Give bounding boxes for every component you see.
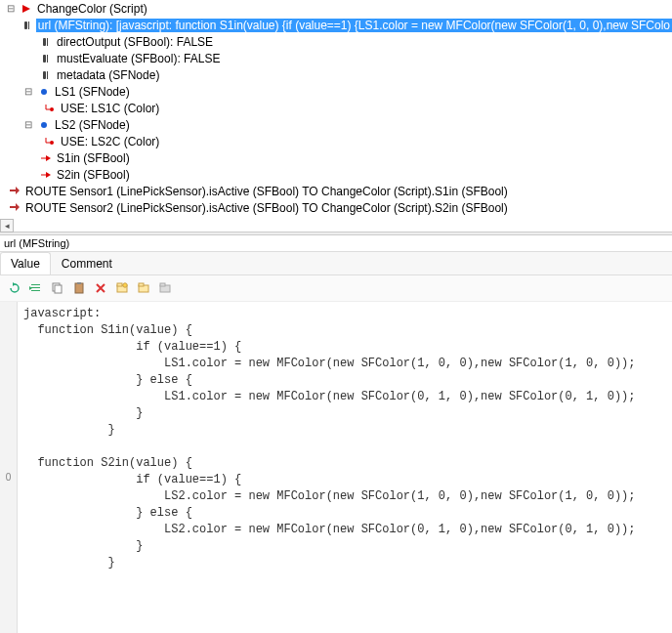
svg-marker-0 — [22, 5, 30, 13]
route-icon — [8, 201, 21, 215]
code-content[interactable]: javascript: function S1in(value) { if (v… — [18, 302, 672, 633]
in-event-icon — [39, 168, 53, 182]
svg-rect-5 — [43, 55, 46, 63]
svg-marker-19 — [29, 286, 32, 290]
svg-rect-25 — [117, 283, 122, 286]
tree-label: ROUTE Sensor2 (LinePickSensor).isActive … — [24, 201, 509, 215]
tree-label: mustEvaluate (SFBool): FALSE — [56, 52, 221, 65]
svg-rect-2 — [28, 21, 29, 29]
svg-rect-6 — [47, 55, 48, 63]
property-title: url (MFString) — [0, 235, 672, 252]
copy-icon[interactable] — [49, 279, 66, 297]
field-icon — [39, 68, 53, 82]
tree-label: S2in (SFBool) — [56, 168, 131, 182]
tree-label: USE: LS2C (Color) — [60, 135, 160, 148]
svg-rect-7 — [43, 71, 46, 79]
field-icon — [39, 52, 53, 65]
svg-marker-15 — [13, 282, 16, 286]
svg-rect-21 — [55, 285, 62, 293]
tree-label: S1in (SFBool) — [56, 151, 131, 165]
svg-point-10 — [50, 107, 54, 111]
delete-icon[interactable] — [92, 279, 109, 297]
script-icon — [20, 2, 33, 16]
field-icon — [39, 35, 53, 49]
svg-rect-23 — [77, 282, 81, 284]
collapse-icon[interactable]: ⊟ — [21, 85, 35, 99]
indent-icon[interactable] — [27, 279, 45, 297]
tree-label: LS2 (SFNode) — [54, 118, 131, 132]
svg-point-11 — [41, 122, 47, 128]
editor-toolbar — [0, 275, 672, 302]
folder-icon[interactable] — [135, 279, 152, 297]
svg-rect-18 — [31, 290, 40, 291]
use-icon — [43, 135, 57, 148]
svg-rect-17 — [31, 287, 40, 288]
svg-marker-13 — [46, 155, 51, 161]
tree-node-metadata[interactable]: metadata (SFNode) — [0, 66, 672, 83]
tree-node-ls1use[interactable]: USE: LS1C (Color) — [0, 100, 672, 116]
code-editor[interactable]: 0 javascript: function S1in(value) { if … — [0, 302, 672, 633]
svg-point-12 — [50, 141, 54, 145]
route-icon — [8, 185, 21, 198]
use-icon — [43, 102, 57, 115]
tree-label: url (MFString): [javascript: function S1… — [36, 19, 672, 32]
tree-node-url[interactable]: url (MFString): [javascript: function S1… — [0, 17, 672, 33]
tabs: Value Comment — [0, 252, 672, 275]
svg-rect-30 — [160, 283, 165, 286]
svg-rect-4 — [47, 38, 48, 46]
tree-label: metadata (SFNode) — [56, 68, 160, 82]
tree-node-ls1[interactable]: ⊟ LS1 (SFNode) — [0, 83, 672, 100]
tab-comment[interactable]: Comment — [51, 252, 123, 274]
undo-icon[interactable] — [6, 279, 23, 297]
scroll-left-icon[interactable]: ◂ — [0, 219, 14, 232]
svg-rect-16 — [31, 284, 40, 285]
tree-label: LS1 (SFNode) — [54, 85, 131, 99]
gutter-marker: 0 — [0, 472, 17, 483]
in-event-icon — [39, 151, 53, 165]
node-icon — [37, 118, 51, 132]
node-icon — [37, 85, 51, 99]
tree-node-ls2use[interactable]: USE: LS2C (Color) — [0, 133, 672, 149]
collapse-icon[interactable]: ⊟ — [4, 2, 18, 16]
svg-rect-8 — [47, 71, 48, 79]
tree-node-ls2[interactable]: ⊟ LS2 (SFNode) — [0, 116, 672, 133]
tree-label: ChangeColor (Script) — [36, 2, 148, 16]
tree-node-route1[interactable]: ROUTE Sensor1 (LinePickSensor).isActive … — [0, 183, 672, 199]
tree-node-route2[interactable]: ROUTE Sensor2 (LinePickSensor).isActive … — [0, 199, 672, 216]
collapse-icon[interactable]: ⊟ — [21, 118, 35, 132]
folder-gray-icon[interactable] — [156, 279, 174, 297]
tree-node-mustevaluate[interactable]: mustEvaluate (SFBool): FALSE — [0, 50, 672, 66]
open-icon[interactable] — [113, 279, 131, 297]
tree-node-s1in[interactable]: S1in (SFBool) — [0, 149, 672, 166]
tree-panel: ⊟ ChangeColor (Script) url (MFString): [… — [0, 0, 672, 232]
tree-node-directoutput[interactable]: directOutput (SFBool): FALSE — [0, 33, 672, 50]
tree-node-changecolor[interactable]: ⊟ ChangeColor (Script) — [0, 0, 672, 17]
tree-label: USE: LS1C (Color) — [60, 102, 160, 115]
paste-icon[interactable] — [70, 279, 88, 297]
splitter[interactable]: ◂ — [0, 232, 672, 235]
tree-label: directOutput (SFBool): FALSE — [56, 35, 214, 49]
svg-marker-14 — [46, 172, 51, 178]
svg-point-26 — [123, 283, 127, 287]
svg-rect-1 — [24, 21, 27, 29]
tab-value[interactable]: Value — [0, 252, 51, 274]
svg-point-9 — [41, 89, 47, 95]
tree-label: ROUTE Sensor1 (LinePickSensor).isActive … — [24, 185, 509, 198]
svg-rect-3 — [43, 38, 46, 46]
svg-rect-22 — [75, 283, 83, 293]
tree-node-s2in[interactable]: S2in (SFBool) — [0, 166, 672, 183]
gutter: 0 — [0, 302, 18, 633]
field-icon — [21, 19, 33, 32]
svg-rect-28 — [139, 283, 144, 286]
